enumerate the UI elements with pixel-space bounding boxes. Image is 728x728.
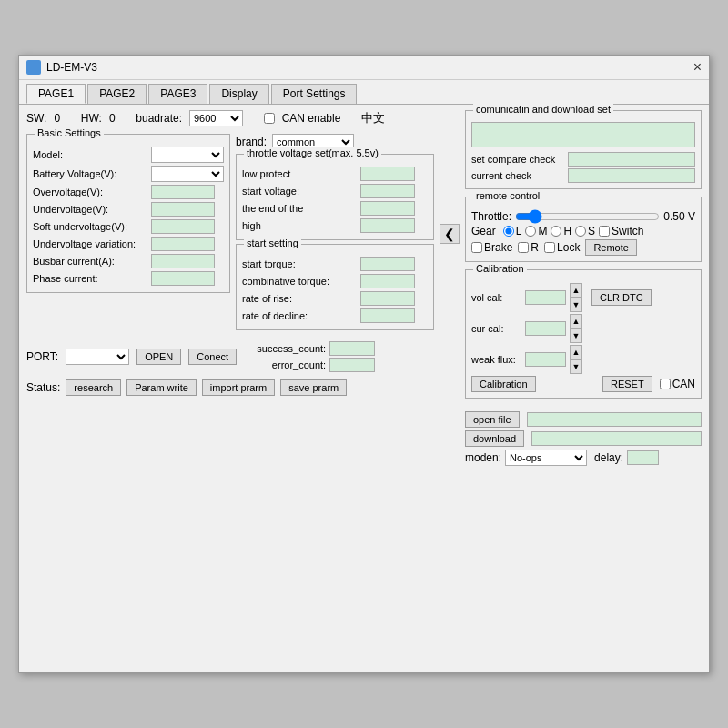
tab-port-settings[interactable]: Port Settings <box>271 84 358 104</box>
connect-button[interactable]: Conect <box>188 349 237 365</box>
cur-cal-row: cur cal: 0 ▲ ▼ <box>471 314 695 343</box>
comm-download-title: comunicatin and download set <box>473 104 613 115</box>
cur-cal-input[interactable]: 0 <box>525 321 566 336</box>
vol-cal-up-button[interactable]: ▲ <box>570 283 582 298</box>
remote-control-title: remote control <box>473 190 542 201</box>
hw-value: 0 <box>109 112 116 125</box>
cur-cal-up-button[interactable]: ▲ <box>570 314 582 329</box>
current-check-input[interactable] <box>568 168 695 183</box>
gear-l-radio[interactable] <box>503 226 514 237</box>
remote-button[interactable]: Remote <box>585 239 637 256</box>
low-protect-input[interactable]: 0 <box>360 167 415 181</box>
overvoltage-input[interactable]: 0 <box>151 185 215 199</box>
param-write-button[interactable]: Param write <box>126 379 197 396</box>
weak-flux-up-button[interactable]: ▲ <box>570 345 582 359</box>
delay-input[interactable]: 12 <box>627 450 659 465</box>
file-ops-section: open file download moden: No-ops delay: … <box>465 410 702 468</box>
rate-rise-input[interactable]: 0 <box>360 291 415 306</box>
start-voltage-input[interactable]: 0 <box>360 184 415 198</box>
download-button[interactable]: download <box>465 430 524 447</box>
open-file-button[interactable]: open file <box>465 411 520 428</box>
model-select[interactable] <box>151 147 224 163</box>
download-input[interactable] <box>531 431 702 446</box>
throttle-slider[interactable] <box>515 210 660 223</box>
lock-checkbox[interactable] <box>544 242 555 253</box>
switch-checkbox[interactable] <box>599 226 610 237</box>
top-status-bar: SW: 0 HW: 0 buadrate: 9600 19200 115200 … <box>26 110 460 126</box>
undervoltage-label: Undervoltage(V): <box>33 204 151 215</box>
battery-voltage-label: Battery Voltage(V): <box>33 168 151 179</box>
download-row: download <box>465 430 702 447</box>
can-checkbox[interactable] <box>660 379 671 389</box>
tab-display[interactable]: Display <box>209 84 268 104</box>
count-rows: success_count: 0 error_count: 0 <box>244 341 375 372</box>
buadrate-select[interactable]: 9600 19200 115200 <box>189 110 243 126</box>
chevron-left-button[interactable]: ❮ <box>440 224 460 244</box>
phase-current-input[interactable]: 0 <box>151 271 215 286</box>
app-icon <box>26 60 41 75</box>
start-torque-input[interactable]: 0 <box>360 257 415 271</box>
rate-decline-input[interactable]: 0 <box>360 308 415 323</box>
throttle-label: Throttle: <box>471 210 511 223</box>
close-button[interactable]: × <box>693 59 702 76</box>
title-bar-left: LD-EM-V3 <box>26 60 97 75</box>
undervoltage-row: Undervoltage(V): 0 <box>33 202 224 217</box>
open-file-input[interactable] <box>527 412 702 427</box>
gear-h-radio[interactable] <box>551 226 561 237</box>
success-count-input[interactable]: 0 <box>329 341 375 356</box>
vol-cal-down-button[interactable]: ▼ <box>570 298 582 312</box>
success-count-row: success_count: 0 <box>244 341 375 356</box>
vol-cal-input[interactable]: 0 <box>525 290 566 305</box>
clr-dtc-button[interactable]: CLR DTC <box>592 289 652 306</box>
moden-select[interactable]: No-ops <box>505 450 587 466</box>
undervoltage-variation-input[interactable]: 0 <box>151 237 215 251</box>
calibration-button[interactable]: Calibration <box>471 376 536 392</box>
throttle-settings-title: throttle voltage set(max. 5.5v) <box>244 147 381 158</box>
brake-checkbox[interactable] <box>471 242 482 253</box>
basic-settings-col: Basic Settings Model: Battery Voltage(V)… <box>26 134 230 334</box>
undervoltage-variation-row: Undervoltage variation: 0 <box>33 237 224 251</box>
research-button[interactable]: research <box>66 379 121 396</box>
set-compare-input[interactable] <box>568 152 695 167</box>
tab-bar: PAGE1 PAGE2 PAGE3 Display Port Settings <box>19 80 709 105</box>
current-check-row: current check <box>471 168 695 183</box>
status-label: Status: <box>26 381 60 394</box>
import-button[interactable]: import prarm <box>202 379 275 396</box>
gear-h-label: H <box>551 225 571 238</box>
phase-current-row: Phase current: 0 <box>33 271 224 286</box>
tab-page2[interactable]: PAGE2 <box>87 84 147 104</box>
high-input[interactable]: 0 <box>360 218 415 233</box>
error-count-input[interactable]: 0 <box>329 358 375 372</box>
gear-m-radio[interactable] <box>525 226 536 237</box>
throttle-value: 0.50 V <box>663 210 695 223</box>
weak-flux-down-button[interactable]: ▼ <box>570 359 582 374</box>
gear-s-radio[interactable] <box>575 226 586 237</box>
battery-voltage-select[interactable] <box>151 166 224 182</box>
vol-cal-spin: ▲ ▼ <box>570 283 582 312</box>
port-label: PORT: <box>26 350 58 363</box>
calibration-group: Calibration vol cal: 0 ▲ ▼ CLR DTC cur c… <box>465 269 702 399</box>
weak-flux-input[interactable]: 0 <box>525 352 566 367</box>
hw-label: HW: <box>81 112 102 125</box>
port-select[interactable] <box>66 349 129 365</box>
busbar-current-input[interactable]: 0 <box>151 254 215 268</box>
comm-textarea[interactable] <box>471 122 695 147</box>
moden-row: moden: No-ops delay: 12 <box>465 450 702 466</box>
save-button[interactable]: save prarm <box>280 379 347 396</box>
tab-page3[interactable]: PAGE3 <box>148 84 207 104</box>
can-enable-checkbox[interactable] <box>264 113 275 124</box>
undervoltage-input[interactable]: 0 <box>151 202 215 217</box>
end-input[interactable]: 0 <box>360 201 415 216</box>
combinative-torque-input[interactable]: 0 <box>360 274 415 288</box>
open-button[interactable]: OPEN <box>136 349 181 365</box>
cur-cal-down-button[interactable]: ▼ <box>570 329 582 343</box>
busbar-current-label: Busbar current(A): <box>33 256 151 267</box>
reset-button[interactable]: RESET <box>602 376 652 392</box>
soft-undervoltage-input[interactable]: 0 <box>151 219 215 234</box>
start-voltage-label: start voltage: <box>242 186 360 197</box>
high-label: high <box>242 220 360 231</box>
r-checkbox[interactable] <box>518 242 529 253</box>
tab-page1[interactable]: PAGE1 <box>26 84 86 104</box>
r-label: R <box>518 241 539 254</box>
cur-cal-spin: ▲ ▼ <box>570 314 582 343</box>
